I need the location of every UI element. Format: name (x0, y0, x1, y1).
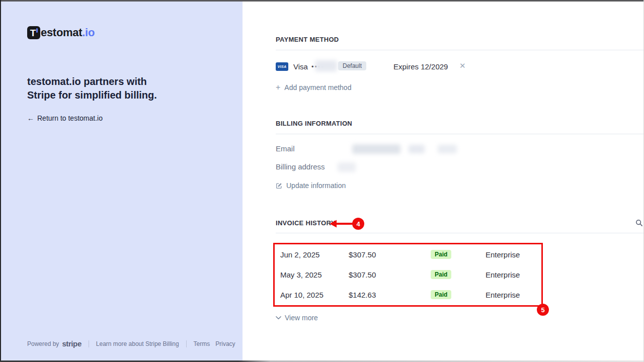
stripe-logo[interactable]: stripe (62, 339, 81, 348)
section-divider (276, 134, 644, 134)
terms-link[interactable]: Terms (194, 340, 210, 347)
return-to-merchant-link[interactable]: ← Return to testomat.io (27, 114, 103, 122)
add-payment-method-label: Add payment method (284, 83, 351, 92)
default-badge: Default (338, 61, 366, 70)
section-divider (276, 233, 644, 233)
invoice-history-title: INVOICE HISTORY (276, 219, 336, 227)
invoice-amount: $307.50 (349, 250, 431, 259)
add-payment-method-button[interactable]: + Add payment method (276, 83, 351, 92)
invoice-row[interactable]: May 3, 2025 $307.50 Paid Enterprise (280, 264, 542, 285)
stripe-billing-portal: { "sidebar": { "logo": { "box_letter": "… (0, 0, 644, 362)
redacted-address-value (338, 162, 356, 172)
edit-pencil-icon (276, 183, 282, 189)
remove-card-icon[interactable]: ✕ (459, 61, 466, 70)
invoice-search-button[interactable] (635, 219, 643, 227)
logo-wordmark: estomat (41, 26, 82, 39)
invoice-amount: $142.63 (349, 291, 431, 299)
logo-letter: T (30, 28, 36, 38)
plus-icon: + (276, 83, 280, 92)
invoice-plan: Enterprise (486, 250, 542, 259)
annotation-arrow-left (330, 220, 355, 228)
section-divider (276, 50, 644, 50)
testomat-logo-icon: T (27, 26, 40, 39)
footer-divider (89, 340, 89, 347)
invoice-row[interactable]: Apr 10, 2025 $142.63 Paid Enterprise (280, 285, 542, 305)
status-badge: Paid (431, 290, 451, 299)
card-expiry-label: Expires 12/2029 (393, 62, 448, 71)
partner-heading: testomat.io partners with Stripe for sim… (27, 75, 178, 102)
back-arrow-icon: ← (27, 114, 34, 122)
window-edge-top (0, 0, 644, 2)
invoice-plan: Enterprise (486, 291, 542, 299)
invoice-date: Apr 10, 2025 (280, 291, 349, 299)
invoice-amount: $307.50 (349, 270, 431, 279)
update-information-label: Update information (286, 182, 346, 190)
footer-divider (186, 340, 187, 347)
update-information-button[interactable]: Update information (276, 182, 346, 190)
email-label: Email (276, 144, 295, 153)
invoice-date: Jun 2, 2025 (280, 250, 349, 259)
window-edge-left (0, 0, 1, 362)
redacted-card-last4 (315, 60, 337, 71)
annotation-step-5: 5 (537, 304, 549, 316)
redacted-email-value (409, 145, 425, 153)
visa-card-icon: VISA (276, 62, 288, 71)
sidebar-footer: Powered by stripe Learn more about Strip… (27, 339, 235, 348)
privacy-link[interactable]: Privacy (215, 340, 235, 347)
annotation-step-4: 4 (352, 218, 364, 230)
learn-more-link[interactable]: Learn more about Stripe Billing (96, 340, 179, 347)
card-brand-label: Visa (293, 62, 308, 71)
redacted-email-value (352, 144, 400, 154)
view-more-label: View more (285, 314, 318, 322)
redacted-email-value (438, 145, 457, 153)
sidebar: T estomat .io testomat.io partners with … (0, 0, 243, 362)
chevron-down-icon (276, 316, 281, 320)
status-badge: Paid (431, 270, 451, 279)
search-icon (635, 219, 643, 227)
testomat-logo[interactable]: T estomat .io (27, 26, 95, 39)
invoice-date: May 3, 2025 (280, 270, 349, 279)
billing-information-title: BILLING INFORMATION (276, 120, 352, 127)
return-link-label: Return to testomat.io (37, 114, 103, 122)
status-badge: Paid (431, 250, 451, 259)
payment-method-title: PAYMENT METHOD (276, 36, 339, 43)
invoice-plan: Enterprise (486, 270, 542, 279)
logo-blue-accent (36, 28, 38, 33)
billing-address-label: Billing address (276, 162, 325, 171)
view-more-button[interactable]: View more (276, 314, 318, 322)
logo-tld: .io (82, 26, 95, 39)
powered-by-label: Powered by (27, 340, 59, 347)
invoice-row[interactable]: Jun 2, 2025 $307.50 Paid Enterprise (280, 244, 542, 264)
